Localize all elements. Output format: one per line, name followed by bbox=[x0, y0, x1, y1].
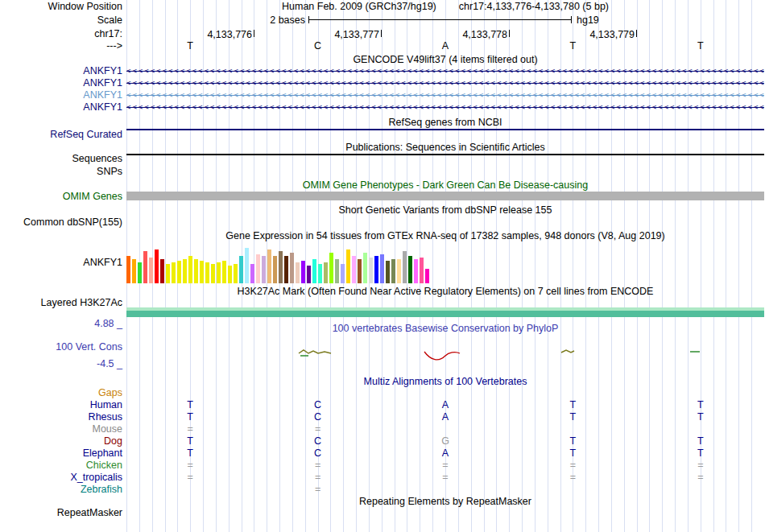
common-dbsnp-label[interactable]: Common dbSNP(155) bbox=[0, 217, 122, 229]
base-cell: T bbox=[187, 447, 193, 460]
base-cell: C bbox=[314, 435, 321, 447]
gtex-tissue-bar bbox=[386, 261, 390, 283]
gtex-tissue-bar bbox=[301, 261, 305, 283]
gtex-tissue-bar bbox=[420, 258, 424, 283]
gene-item-0[interactable]: <<<<<<<<<<<<<<<<<<<<<<<<<<<<<<<<<<<<<<<<… bbox=[126, 65, 764, 77]
species-label-x_tropicalis[interactable]: X_tropicalis bbox=[0, 472, 122, 484]
base-cell: = bbox=[315, 423, 320, 435]
h3k27ac-signal-main[interactable] bbox=[126, 311, 764, 317]
gtex-tissue-bar bbox=[391, 259, 395, 283]
species-label-dog[interactable]: Dog bbox=[0, 435, 122, 447]
base-cell: T bbox=[697, 447, 704, 460]
gtex-tissue-bar bbox=[245, 248, 249, 283]
track-title-h3k27ac: H3K27Ac Mark (Often Found Near Active Re… bbox=[126, 286, 764, 297]
scale-label: Scale bbox=[0, 14, 122, 27]
strand-arrows: <<<<<<<<<<<<<<<<<<<<<<<<<<<<<<<<<<<<<<<<… bbox=[126, 77, 764, 89]
track-title-multiz: Multiz Alignments of 100 Vertebrates bbox=[126, 376, 764, 387]
alignment-row-rhesus: TCATT bbox=[126, 411, 764, 423]
gaps-label[interactable]: Gaps bbox=[0, 387, 122, 399]
base-cell: = bbox=[315, 460, 320, 472]
species-label-mouse[interactable]: Mouse bbox=[0, 423, 122, 435]
gtex-tissue-bar bbox=[194, 259, 198, 283]
phylop-max-label: 4.88 _ bbox=[0, 318, 122, 330]
alignment-row-zebrafish: = bbox=[126, 484, 764, 496]
base-cell: T bbox=[697, 40, 704, 52]
gtex-tissue-bar bbox=[397, 259, 401, 283]
base-cell: T bbox=[697, 435, 704, 447]
gene-label-1[interactable]: ANKFY1 bbox=[0, 77, 122, 89]
gtex-tissue-bar bbox=[205, 262, 209, 283]
gtex-tissue-bar bbox=[346, 250, 350, 283]
gtex-tissue-bar bbox=[279, 251, 283, 283]
track-title-omim: OMIM Gene Phenotypes - Dark Green Can Be… bbox=[126, 179, 764, 191]
gtex-tissue-bar bbox=[335, 259, 339, 283]
strand-label: ---> bbox=[0, 40, 122, 52]
gtex-tissue-bar bbox=[369, 258, 373, 283]
gtex-gene-label[interactable]: ANKFY1 bbox=[0, 257, 122, 269]
gene-label-3[interactable]: ANKFY1 bbox=[0, 101, 122, 113]
genome-browser: Window Position Human Feb. 2009 (GRCh37/… bbox=[0, 0, 765, 532]
base-cell: T bbox=[697, 399, 704, 411]
track-title-dbsnp: Short Genetic Variants from dbSNP releas… bbox=[126, 204, 764, 216]
gtex-tissue-bar bbox=[256, 254, 260, 283]
omim-genes-label[interactable]: OMIM Genes bbox=[0, 191, 122, 203]
gtex-tissue-bar bbox=[329, 253, 333, 283]
gene-label-2[interactable]: ANKFY1 bbox=[0, 89, 122, 101]
gtex-tissue-bar bbox=[341, 264, 345, 283]
assembly-title: Human Feb. 2009 (GRCh37/hg19) bbox=[282, 1, 436, 12]
gene-item-1[interactable]: <<<<<<<<<<<<<<<<<<<<<<<<<<<<<<<<<<<<<<<<… bbox=[126, 77, 764, 89]
publications-sequences-label[interactable]: Sequences bbox=[0, 153, 122, 165]
gtex-tissue-bar bbox=[188, 256, 192, 283]
gene-item-2[interactable]: <<<<<<<<<<<<<<<<<<<<<<<<<<<<<<<<<<<<<<<<… bbox=[126, 89, 764, 101]
gtex-tissue-bar bbox=[290, 253, 294, 283]
gtex-tissue-bar bbox=[200, 261, 204, 283]
gtex-tissue-bar bbox=[352, 256, 356, 283]
species-label-chicken[interactable]: Chicken bbox=[0, 460, 122, 472]
species-label-rhesus[interactable]: Rhesus bbox=[0, 411, 122, 423]
base-cell: = bbox=[570, 472, 576, 484]
track-title-publications: Publications: Sequences in Scientific Ar… bbox=[126, 142, 764, 153]
publications-sequence-item[interactable] bbox=[126, 154, 764, 155]
alignment-row-elephant: TCATT bbox=[126, 447, 764, 460]
publications-snps-label[interactable]: SNPs bbox=[0, 166, 122, 178]
phylop-track-label[interactable]: 100 Vert. Cons bbox=[0, 341, 122, 353]
gtex-expression-bars[interactable] bbox=[126, 245, 764, 283]
phylop-min-label: -4.5 _ bbox=[0, 358, 122, 370]
gtex-tissue-bar bbox=[126, 256, 130, 283]
track-title-repeatmasker: Repeating Elements by RepeatMasker bbox=[126, 496, 764, 507]
range-title: chr17:4,133,776-4,133,780 (5 bp) bbox=[459, 1, 609, 12]
alignment-row-dog: TCGTT bbox=[126, 435, 764, 447]
repeatmasker-label[interactable]: RepeatMasker bbox=[0, 507, 122, 519]
base-cell: T bbox=[570, 399, 577, 411]
gtex-tissue-bar bbox=[262, 256, 266, 283]
alignment-row-x_tropicalis: ===== bbox=[126, 472, 764, 484]
gtex-tissue-bar bbox=[217, 262, 221, 283]
gtex-tissue-bar bbox=[284, 256, 288, 283]
gtex-tissue-bar bbox=[239, 256, 243, 283]
refseq-gene-item[interactable] bbox=[126, 129, 764, 130]
omim-gene-item[interactable] bbox=[126, 192, 764, 200]
layered-h3k27ac-label[interactable]: Layered H3K27Ac bbox=[0, 297, 122, 309]
strand-arrows: <<<<<<<<<<<<<<<<<<<<<<<<<<<<<<<<<<<<<<<<… bbox=[126, 65, 764, 77]
gtex-tissue-bar bbox=[160, 259, 164, 283]
base-cell: T bbox=[570, 411, 577, 423]
base-cell: T bbox=[570, 435, 577, 447]
coordinate-tick bbox=[381, 30, 382, 37]
base-cell: = bbox=[188, 472, 193, 484]
gtex-tissue-bar bbox=[172, 262, 176, 283]
species-label-human[interactable]: Human bbox=[0, 399, 122, 411]
gene-item-3[interactable]: <<<<<<<<<<<<<<<<<<<<<<<<<<<<<<<<<<<<<<<<… bbox=[126, 101, 764, 113]
track-title-gtex: Gene Expression in 54 tissues from GTEx … bbox=[126, 230, 764, 241]
gtex-tissue-bar bbox=[414, 259, 418, 283]
species-label-zebrafish[interactable]: Zebrafish bbox=[0, 484, 122, 496]
base-cell: T bbox=[697, 411, 704, 423]
base-cell: A bbox=[442, 447, 449, 460]
refseq-curated-label[interactable]: RefSeq Curated bbox=[0, 129, 122, 141]
phylop-wiggle bbox=[126, 346, 764, 364]
base-cell: C bbox=[314, 399, 321, 411]
alignment-row-human: TCATT bbox=[126, 399, 764, 411]
gene-label-0[interactable]: ANKFY1 bbox=[0, 65, 122, 77]
base-cell: = bbox=[442, 472, 448, 484]
species-label-elephant[interactable]: Elephant bbox=[0, 447, 122, 460]
gtex-tissue-bar bbox=[234, 264, 238, 283]
